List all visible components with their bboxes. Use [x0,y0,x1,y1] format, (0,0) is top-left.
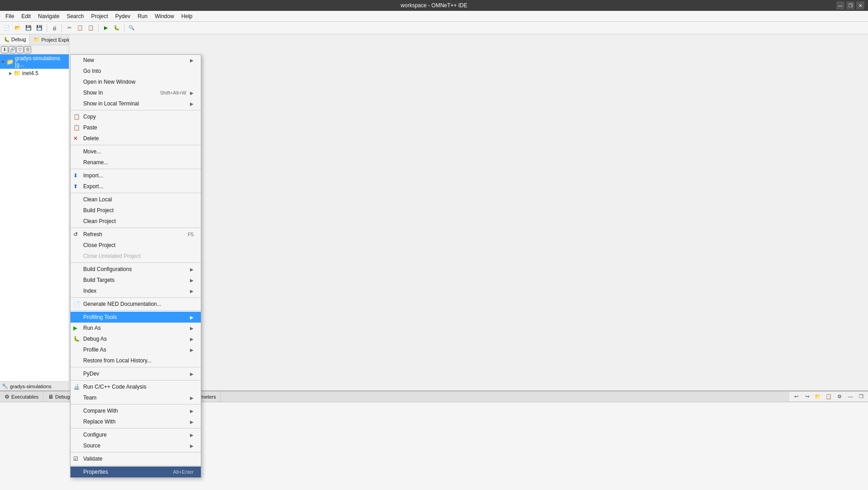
tab-executables[interactable]: ⚙ Executables [0,391,43,402]
cm-go-into[interactable]: Go Into [71,66,201,76]
minimize-button[interactable]: — [836,1,844,10]
pt-filter[interactable]: ▽ [16,46,24,53]
cm-show-local-terminal[interactable]: Show in Local Terminal ▶ [71,98,201,109]
cm-move[interactable]: Move... [71,146,201,157]
menu-run[interactable]: Run [134,12,151,21]
cm-sep4 [71,193,201,193]
cm-debug-as[interactable]: 🐛 Debug As ▶ [71,333,201,344]
cm-sep8 [71,310,201,311]
menu-project[interactable]: Project [87,12,111,21]
cm-restore-local-history[interactable]: Restore from Local History... [71,355,201,366]
tab-debug[interactable]: 🐛 Debug [0,34,30,45]
cm-sep5 [71,228,201,228]
cm-show-local-terminal-arrow: ▶ [190,101,194,106]
tb-cut[interactable]: ✂ [64,23,74,33]
cm-validate[interactable]: ☑ Validate [71,453,201,464]
cm-properties[interactable]: Properties Alt+Enter [71,466,201,477]
menu-window[interactable]: Window [151,12,178,21]
cm-replace-with[interactable]: Replace With ▶ [71,416,201,427]
cm-clean-project[interactable]: Clean Project [71,216,201,227]
cm-close-project[interactable]: Close Project [71,240,201,251]
bt-maximize[interactable]: ❐ [856,391,866,401]
tb-copy[interactable]: 📋 [75,23,85,33]
pt-link[interactable]: 🔗 [9,46,16,53]
cm-team[interactable]: Team ▶ [71,392,201,403]
bt-copy2[interactable]: 📋 [824,391,834,401]
cm-open-new-window[interactable]: Open in New Window [71,76,201,87]
cm-properties-shortcut: Alt+Enter [173,469,194,475]
tb-save-all[interactable]: 💾 [34,23,44,33]
title-bar-buttons: — ❐ ✕ [836,1,864,10]
cm-clean-local[interactable]: Clean Local [71,194,201,205]
cm-refresh-shortcut: F5 [188,232,194,237]
cm-export[interactable]: ⬆ Export... [71,181,201,192]
cm-new[interactable]: New ▶ [71,55,201,66]
cm-build-project[interactable]: Build Project [71,205,201,216]
cm-sep10 [71,380,201,381]
cm-paste[interactable]: 📋 Paste [71,122,201,133]
cm-profiling-tools-label: Profiling Tools [83,314,117,320]
menu-search[interactable]: Search [63,12,87,21]
cm-close-project-label: Close Project [83,242,115,248]
cm-generate-ned[interactable]: 📄 Generate NED Documentation... [71,299,201,309]
bt-settings[interactable]: ⚙ [835,391,844,401]
cm-clean-project-label: Clean Project [83,218,116,224]
cm-profile-as-label: Profile As [83,347,106,353]
tb-search[interactable]: 🔍 [127,23,137,33]
cm-run-cxx[interactable]: 🔬 Run C/C++ Code Analysis [71,381,201,392]
cm-delete[interactable]: ✕ Delete [71,133,201,144]
cm-build-targets[interactable]: Build Targets ▶ [71,275,201,285]
cm-close-unrelated-label: Close Unrelated Project [83,253,141,259]
cm-import-icon: ⬇ [73,172,78,179]
cm-rename[interactable]: Rename... [71,157,201,168]
cm-properties-label: Properties [83,469,108,475]
toolbar: 📄 📂 💾 💾 🖨 ✂ 📋 📋 ▶ 🐛 🔍 [0,22,868,34]
menu-edit[interactable]: Edit [18,12,34,21]
cm-run-as[interactable]: ▶ Run As ▶ [71,323,201,333]
bt-back[interactable]: ↩ [791,391,801,401]
tb-save[interactable]: 💾 [24,23,33,33]
tb-paste[interactable]: 📋 [86,23,96,33]
menu-pydev[interactable]: Pydev [112,12,134,21]
tb-run[interactable]: ▶ [101,23,111,33]
cm-paste-label: Paste [83,124,97,131]
cm-refresh[interactable]: ↺ Refresh F5 [71,229,201,240]
menu-navigate[interactable]: Navigate [34,12,63,21]
cm-compare-with[interactable]: Compare With ▶ [71,405,201,416]
tree-arrow-inet: ▶ [9,71,12,76]
pt-menu[interactable]: ☰ [24,46,31,53]
menu-file[interactable]: File [2,12,18,21]
cm-configure[interactable]: Configure ▶ [71,429,201,440]
bt-minimize[interactable]: — [845,391,855,401]
cm-copy[interactable]: 📋 Copy [71,111,201,122]
tb-new[interactable]: 📄 [2,23,12,33]
cm-build-configurations[interactable]: Build Configurations ▶ [71,264,201,275]
cm-sep3 [71,169,201,169]
context-menu: New ▶ Go Into Open in New Window Show In… [70,54,201,478]
tree-item-inet[interactable]: ▶ 📁 inet4.5 [0,69,69,77]
cm-source[interactable]: Source ▶ [71,440,201,451]
bt-folder[interactable]: 📁 [813,391,823,401]
tree-item-gradys[interactable]: ▶ 📁 gradys-simulations [g... [0,54,69,69]
pt-collapse[interactable]: ⬇ [1,46,8,53]
cm-profile-as[interactable]: Profile As ▶ [71,344,201,355]
close-button[interactable]: ✕ [856,1,864,10]
cm-show-in[interactable]: Show In Shift+Alt+W ▶ [71,87,201,98]
tb-debug[interactable]: 🐛 [112,23,122,33]
cm-refresh-icon: ↺ [73,231,78,238]
cm-pydev[interactable]: PyDev ▶ [71,368,201,379]
cm-export-label: Export... [83,183,104,190]
cm-run-as-arrow: ▶ [190,326,194,331]
tb-open[interactable]: 📂 [13,23,23,33]
bt-forward[interactable]: ↪ [802,391,812,401]
cm-profiling-tools[interactable]: Profiling Tools ▶ [71,312,201,323]
restore-button[interactable]: ❐ [846,1,854,10]
cm-import[interactable]: ⬇ Import... [71,170,201,181]
tb-sep4 [124,24,124,32]
tb-print[interactable]: 🖨 [49,23,59,33]
cm-index[interactable]: Index ▶ [71,285,201,296]
cm-build-project-label: Build Project [83,207,114,214]
menu-help[interactable]: Help [178,12,196,21]
app-title: workspace - OMNeT++ IDE [401,2,467,9]
tb-sep3 [98,24,99,32]
